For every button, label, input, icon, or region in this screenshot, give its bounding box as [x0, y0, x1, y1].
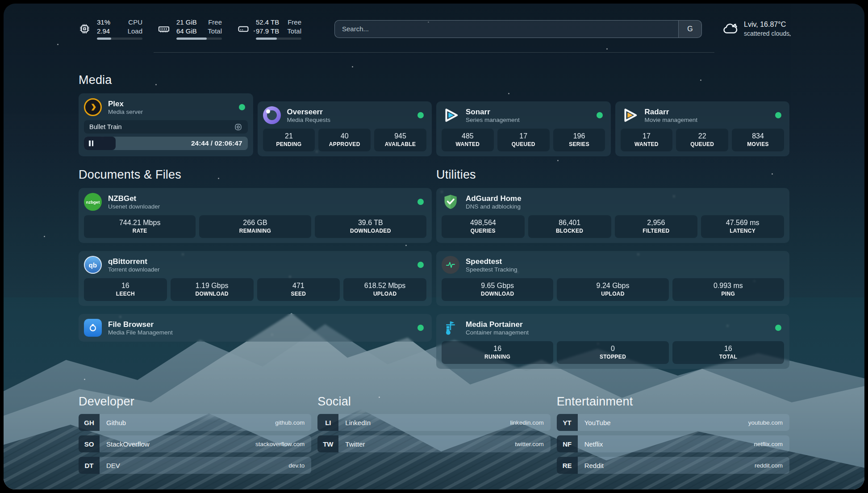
stat-value: 196 [555, 132, 604, 140]
adguard-card[interactable]: AdGuard Home DNS and adblocking 498,564 … [436, 188, 789, 243]
stat-label: BLOCKED [530, 228, 609, 234]
overseerr-card[interactable]: Overseerr Media Requests 21 PENDING 40 A… [258, 101, 432, 156]
bookmark-linkedin[interactable]: LI LinkedIn linkedin.com [317, 414, 550, 431]
sonarr-card[interactable]: Sonarr Series management 485 WANTED 17 Q… [436, 101, 611, 156]
bookmark-name: LinkedIn [345, 419, 371, 426]
bookmark-youtube[interactable]: YT YouTube youtube.com [557, 414, 789, 431]
bookmark-github[interactable]: GH Github github.com [79, 414, 311, 431]
disk-free: 52.4 TB [256, 18, 279, 27]
section-heading-utilities: Utilities [436, 168, 789, 182]
bookmark-reddit[interactable]: RE Reddit reddit.com [557, 457, 789, 474]
bookmark-netflix[interactable]: NF Netflix netflix.com [557, 435, 789, 452]
stat-label: QUEUED [499, 141, 548, 147]
bookmark-name: StackOverflow [106, 440, 150, 448]
radarr-status-dot [775, 112, 781, 118]
bookmark-stackoverflow[interactable]: SO StackOverflow stackoverflow.com [79, 435, 311, 452]
section-heading-documents: Documents & Files [79, 168, 432, 182]
stat-box: 17 WANTED [621, 129, 673, 151]
search-provider-button[interactable]: G [678, 21, 701, 38]
stat-box: 196 SERIES [553, 129, 605, 151]
cpu-load: 2.94 [97, 27, 110, 36]
plex-icon [84, 98, 102, 116]
section-heading-developer: Developer [79, 395, 311, 409]
section-heading-social: Social [317, 395, 550, 409]
sonarr-status-dot [597, 112, 603, 118]
bookmark-abbr: DT [79, 457, 100, 474]
portainer-title: Media Portainer [466, 320, 529, 329]
nzbget-card[interactable]: nzbget NZBGet Usenet downloader 744.21 M… [79, 188, 432, 243]
adguard-icon [442, 193, 459, 211]
bookmark-dev[interactable]: DT DEV dev.to [79, 457, 311, 474]
radarr-card[interactable]: Radarr Movie management 17 WANTED 22 QUE… [615, 101, 790, 156]
speedtest-subtitle: Speedtest Tracking [466, 266, 517, 273]
stat-value: 0.993 ms [674, 282, 782, 290]
disk-progress-track [256, 38, 301, 40]
stat-label: RUNNING [443, 354, 551, 360]
adguard-title: AdGuard Home [466, 194, 522, 203]
stat-value: 9.24 Gbps [559, 282, 667, 290]
stat-value: 16 [86, 282, 165, 290]
radarr-title: Radarr [645, 107, 698, 117]
disk-label-top: Free [287, 18, 301, 27]
bookmark-twitter[interactable]: TW Twitter twitter.com [317, 435, 550, 452]
bookmarks-entertainment: Entertainment YT YouTube youtube.com NF … [557, 395, 789, 478]
camera-icon [234, 123, 242, 131]
filebrowser-card[interactable]: File Browser Media File Management [79, 314, 432, 342]
stat-label: PENDING [265, 141, 313, 147]
sonarr-title: Sonarr [466, 107, 520, 117]
nzbget-title: NZBGet [108, 194, 160, 203]
qbittorrent-card[interactable]: qb qBittorrent Torrent downloader 16 LEE… [79, 251, 432, 306]
stat-label: QUEUED [678, 141, 726, 147]
bookmark-url: reddit.com [755, 462, 783, 469]
stat-value: 485 [443, 132, 492, 140]
bookmark-name: Netflix [584, 440, 603, 448]
portainer-card[interactable]: Media Portainer Container management 16 … [436, 314, 789, 369]
stat-value: 498,564 [443, 219, 523, 227]
weather-condition: scattered clouds [744, 29, 789, 38]
overseerr-status-dot [417, 112, 424, 118]
nzbget-icon: nzbget [84, 193, 102, 211]
plex-title: Plex [108, 99, 143, 109]
stat-label: FILTERED [617, 228, 696, 234]
overseerr-subtitle: Media Requests [287, 117, 331, 123]
bookmark-url: github.com [275, 419, 305, 426]
stat-label: UPLOAD [559, 291, 667, 297]
stat-box: 1.19 Gbps DOWNLOAD [171, 278, 254, 301]
stat-value: 834 [734, 132, 782, 140]
plex-card[interactable]: Plex Media server Bullet Train [79, 93, 253, 156]
overseerr-icon [263, 106, 281, 124]
stat-label: UPLOAD [345, 291, 425, 297]
stat-box: 22 QUEUED [676, 129, 728, 151]
stat-box: 47.569 ms LATENCY [701, 215, 784, 238]
stat-box: 744.21 Mbps RATE [84, 215, 196, 238]
stat-label: STOPPED [559, 354, 667, 360]
stat-label: WANTED [443, 141, 492, 147]
top-bar: 31% 2.94 CPU Load [79, 4, 789, 40]
qbittorrent-status-dot [417, 262, 424, 268]
stat-value: 945 [376, 132, 425, 140]
documents-column: Documents & Files nzbget NZBGet Usenet d… [79, 168, 432, 369]
bookmark-abbr: LI [317, 414, 338, 431]
stat-box: 471 SEED [257, 278, 340, 301]
stat-box: 39.6 TB DOWNLOADED [315, 215, 426, 238]
filebrowser-subtitle: Media File Management [108, 329, 173, 336]
pause-icon[interactable] [89, 141, 93, 146]
stat-box: 16 TOTAL [672, 341, 784, 364]
stat-value: 86,401 [530, 219, 609, 227]
stat-value: 21 [265, 132, 313, 140]
speedtest-icon [442, 256, 459, 274]
memory-label-bottom: Total [208, 27, 222, 36]
stat-box: 86,401 BLOCKED [528, 215, 611, 238]
bookmark-abbr: YT [557, 414, 578, 431]
plex-playback-time: 24:44 / 02:06:47 [191, 139, 242, 147]
bookmark-url: twitter.com [515, 441, 544, 447]
search-input[interactable] [335, 21, 678, 38]
search-bar: G [334, 20, 702, 38]
stat-box: 40 APPROVED [318, 129, 371, 151]
sonarr-icon [442, 106, 459, 124]
bookmarks-social: Social LI LinkedIn linkedin.com TW Twitt… [317, 395, 550, 478]
media-card-row: Plex Media server Bullet Train [79, 93, 789, 156]
speedtest-card[interactable]: Speedtest Speedtest Tracking 9.65 Gbps D… [436, 251, 789, 306]
stat-label: PING [674, 291, 782, 297]
stat-box: 16 LEECH [84, 278, 167, 301]
